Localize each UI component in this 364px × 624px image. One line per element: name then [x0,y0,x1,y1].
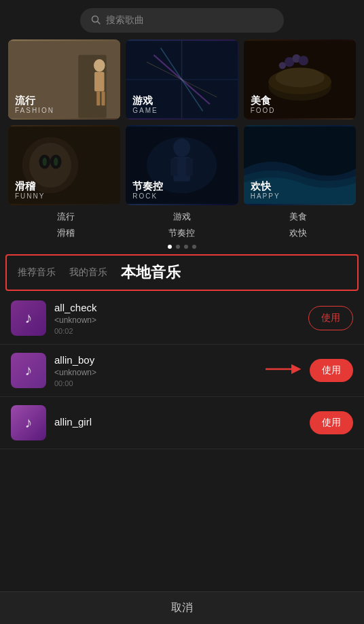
song-duration-all-check: 00:02 [54,327,300,335]
genre-cn-rock: 节奏控 [132,180,163,192]
pagination-dots [0,242,364,254]
genre-item-game[interactable]: 游戏 GAME [126,39,238,120]
genre-en-rock: ROCK [132,192,158,200]
search-bar: 搜索歌曲 [0,0,364,39]
genre-bg-funny: 滑稽 FUNNY [8,125,120,205]
genre-cn-game: 游戏 [132,94,153,107]
tab-my-music[interactable]: 我的音乐 [69,266,107,279]
genre-en-food: FOOD [251,107,276,114]
song-info-all-check: all_check <unknown> 00:02 [54,302,300,335]
tab-recommend[interactable]: 推荐音乐 [18,266,56,279]
genre-cn-happy: 欢快 [251,180,271,192]
genre-en-funny: FUNNY [15,192,45,200]
cancel-bar[interactable]: 取消 [0,591,364,624]
song-info-allin-boy: allin_boy <unknown> 00:00 [54,354,302,387]
genre-cn-food: 美食 [251,94,271,107]
song-item-allin-boy: ♪ allin_boy <unknown> 00:00 使用 [0,345,364,397]
genre-item-happy[interactable]: 欢快 HAPPY [244,125,356,205]
genre-text-overlay-food: 美食 FOOD [244,39,356,120]
svg-line-1 [98,21,101,24]
song-item-all-check: ♪ all_check <unknown> 00:02 使用 [0,292,364,345]
genre-item-food[interactable]: 美食 FOOD [244,39,356,120]
tabs-section: 推荐音乐 我的音乐 本地音乐 [5,254,359,291]
song-title-all-check: all_check [54,302,300,313]
genre-label-happy: 欢快 [240,227,356,239]
genre-labels-row1: 流行 游戏 美食 [0,211,364,227]
genre-bg-rock: 节奏控 ROCK [126,125,238,205]
song-list: ♪ all_check <unknown> 00:02 使用 ♪ allin_b… [0,292,364,449]
genre-en-happy: HAPPY [251,192,280,200]
tab-local-music[interactable]: 本地音乐 [121,262,181,283]
genre-label-rock: 节奏控 [124,227,240,239]
song-duration-allin-boy: 00:00 [54,379,302,387]
music-note-icon: ♪ [25,309,33,327]
dot-3 [184,245,188,249]
genre-labels-row2: 滑稽 节奏控 欢快 [0,227,364,242]
genre-cn-funny: 滑稽 [15,180,35,192]
genre-item-rock[interactable]: 节奏控 ROCK [126,125,238,205]
song-artist-allin-boy: <unknown> [54,368,302,377]
genre-text-overlay-game: 游戏 GAME [126,39,238,120]
genre-label-fashion: 流行 [8,211,124,223]
genre-item-funny[interactable]: 滑稽 FUNNY [8,125,120,205]
dot-2 [176,245,180,249]
genre-item-fashion[interactable]: 流行 FASHION [8,39,120,120]
genre-label-food: 美食 [240,211,356,223]
cancel-text: 取消 [171,601,193,615]
song-thumb-all-check: ♪ [11,300,46,336]
dot-4 [192,245,196,249]
search-placeholder: 搜索歌曲 [106,14,144,27]
song-title-allin-girl: allin_girl [54,416,302,428]
search-icon [91,15,101,27]
use-btn-allin-girl[interactable]: 使用 [310,411,353,434]
genre-text-overlay-rock: 节奏控 ROCK [126,125,238,205]
genre-text-overlay-fashion: 流行 FASHION [8,39,120,120]
song-thumb-allin-boy: ♪ [11,353,46,388]
genre-bg-food: 美食 FOOD [244,39,356,120]
genre-bg-happy: 欢快 HAPPY [244,125,356,205]
dot-1 [168,245,172,249]
genre-bg-fashion: 流行 FASHION [8,39,120,120]
genre-en-fashion: FASHION [15,107,54,114]
use-btn-allin-boy[interactable]: 使用 [310,359,353,382]
search-input-wrap[interactable]: 搜索歌曲 [80,8,284,33]
music-note-icon-3: ♪ [25,414,33,432]
genre-label-funny: 滑稽 [8,227,124,239]
song-title-allin-boy: allin_boy [54,354,302,366]
genre-label-game: 游戏 [124,211,240,223]
song-info-allin-girl: allin_girl [54,416,302,430]
song-artist-all-check: <unknown> [54,315,300,325]
genre-grid: 流行 FASHION 游戏 GAME [0,39,364,205]
genre-en-game: GAME [132,107,158,114]
genre-text-overlay-funny: 滑稽 FUNNY [8,125,120,205]
genre-bg-game: 游戏 GAME [126,39,238,120]
music-note-icon-2: ♪ [25,362,33,379]
genre-text-overlay-happy: 欢快 HAPPY [244,125,356,205]
song-item-allin-girl: ♪ allin_girl 使用 [0,397,364,449]
genre-cn-fashion: 流行 [15,94,35,107]
use-btn-all-check[interactable]: 使用 [308,306,353,330]
song-thumb-allin-girl: ♪ [11,405,46,440]
